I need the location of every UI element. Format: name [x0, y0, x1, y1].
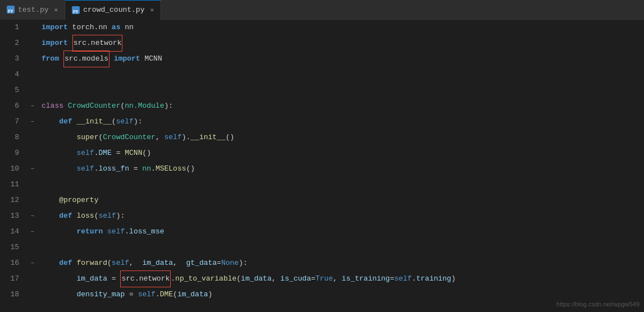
code-line-11: [42, 177, 644, 192]
python-file-icon-2: py: [72, 6, 80, 14]
fg-9: [28, 145, 37, 161]
fg-2: [28, 35, 37, 51]
fg-18: [28, 287, 37, 302]
code-line-13: def loss(self):: [42, 208, 644, 224]
svg-text:py: py: [8, 8, 13, 13]
fg-12: [28, 192, 37, 208]
ln-1: 1: [0, 20, 19, 35]
fg-10[interactable]: −: [28, 161, 37, 177]
code-line-16: def forward(self, im_data, gt_data=None)…: [42, 255, 644, 271]
code-line-14: return self.loss_mse: [42, 224, 644, 240]
fg-5: [28, 82, 37, 98]
fg-7[interactable]: −: [28, 114, 37, 130]
highlight-src-network: src.network: [72, 35, 123, 52]
fold-gutter: − − − − − −: [28, 20, 37, 312]
ln-16: 16: [0, 255, 19, 271]
fg-3: [28, 51, 37, 67]
ln-9: 9: [0, 145, 19, 161]
fg-14[interactable]: −: [28, 224, 37, 240]
python-file-icon: py: [7, 6, 15, 13]
fg-17: [28, 271, 37, 287]
ln-6: 6: [0, 98, 19, 114]
code-line-6: class CrowdCounter(nn.Module):: [42, 98, 644, 114]
ln-2: 2: [0, 35, 19, 51]
ln-10: 10: [0, 161, 19, 177]
ln-4: 4: [0, 67, 19, 82]
watermark: https://blog.csdn.net/wpgw549: [556, 301, 640, 308]
svg-text:py: py: [73, 8, 79, 13]
code-line-2: import src.network: [42, 35, 644, 51]
tab-test-py[interactable]: py test.py ✕: [0, 0, 65, 20]
code-line-17: im_data = src.network.np_to_variable(im_…: [42, 271, 644, 287]
ln-12: 12: [0, 192, 19, 208]
code-line-10: self.loss_fn = nn.MSELoss(): [42, 161, 644, 177]
code-content: import torch.nn as nn import src.network…: [37, 20, 644, 312]
fg-6[interactable]: −: [28, 98, 37, 114]
code-line-3: from src.models import MCNN: [42, 51, 644, 67]
highlight-src-models: src.models: [63, 51, 109, 67]
ln-8: 8: [0, 130, 19, 145]
ln-15: 15: [0, 240, 19, 255]
fg-1: [28, 20, 37, 35]
decorator-property: @property: [59, 192, 98, 208]
kw-import-2: import: [42, 35, 68, 51]
ln-3: 3: [0, 51, 19, 67]
line-numbers: 1 2 3 4 5 6 7 8 9 10 11 12 13 14 15 16 1…: [0, 20, 28, 312]
code-line-12: @property: [42, 192, 644, 208]
fg-11: [28, 177, 37, 192]
code-line-1: import torch.nn as nn: [42, 20, 644, 35]
fg-16[interactable]: −: [28, 255, 37, 271]
ln-14: 14: [0, 224, 19, 240]
ln-17: 17: [0, 271, 19, 287]
code-line-8: super(CrowdCounter, self).__init__(): [42, 130, 644, 145]
code-line-9: self.DME = MCNN(): [42, 145, 644, 161]
ln-13: 13: [0, 208, 19, 224]
code-line-7: def __init__(self):: [42, 114, 644, 130]
code-line-15: [42, 240, 644, 255]
tab-crowd-count-py-close[interactable]: ✕: [150, 6, 154, 13]
code-line-18: density_map = self.DME(im_data): [42, 287, 644, 302]
tab-test-py-close[interactable]: ✕: [54, 6, 58, 13]
fg-13[interactable]: −: [28, 208, 37, 224]
fg-4: [28, 67, 37, 82]
tab-bar: py test.py ✕ py crowd_count.py ✕: [0, 0, 644, 20]
ln-5: 5: [0, 82, 19, 98]
editor-area: 1 2 3 4 5 6 7 8 9 10 11 12 13 14 15 16 1…: [0, 20, 644, 312]
ln-18: 18: [0, 287, 19, 302]
code-line-5: [42, 82, 644, 98]
code-line-4: [42, 67, 644, 82]
fg-15: [28, 240, 37, 255]
kw-class: class: [42, 98, 63, 114]
kw-import-1: import: [42, 20, 68, 35]
fg-8: [28, 130, 37, 145]
ln-7: 7: [0, 114, 19, 130]
tab-crowd-count-py[interactable]: py crowd_count.py ✕: [65, 0, 161, 20]
tab-test-py-label: test.py: [18, 6, 49, 14]
kw-from: from: [42, 51, 59, 67]
ln-11: 11: [0, 177, 19, 192]
highlight-src-network-2: src.network: [120, 270, 171, 287]
tab-crowd-count-py-label: crowd_count.py: [83, 6, 144, 14]
kw-def-init: def: [59, 114, 72, 130]
